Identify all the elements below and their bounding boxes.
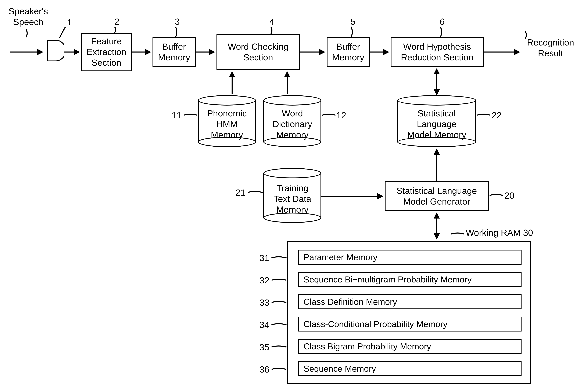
ref-num-2: 2 [115, 16, 120, 27]
ram-item-seq-bimulti: Sequence Bi−multigram Probability Memory [298, 272, 522, 287]
ref-num-32: 32 [256, 275, 269, 286]
buffer-memory-1-box: Buffer Memory [152, 37, 196, 67]
slm-memory-cylinder: Statistical Language Model Memory [397, 95, 476, 147]
ref-num-6: 6 [440, 16, 444, 27]
working-ram-label: Working RAM 30 [466, 227, 533, 238]
ram-item-class-def: Class Definition Memory [298, 294, 522, 309]
microphone-icon [45, 37, 64, 64]
ref-num-5: 5 [350, 16, 355, 27]
ref-num-1: 1 [67, 17, 72, 28]
ref-num-4: 4 [269, 16, 274, 27]
word-checking-box: Word Checking Section [216, 34, 300, 70]
ref-num-3: 3 [175, 16, 180, 27]
ram-item-class-cond: Class-Conditional Probability Memory [298, 317, 522, 331]
phonemic-hmm-cylinder: Phonemic HMM Memory [198, 95, 256, 147]
ref-num-31: 31 [256, 253, 269, 263]
ref-num-36: 36 [256, 364, 269, 375]
slm-generator-box: Statistical Language Model Generator [385, 181, 489, 211]
ref-num-21: 21 [232, 187, 246, 198]
input-label: Speaker's Speech [6, 6, 51, 27]
diagram-canvas: Speaker's Speech Recognition Result Feat… [0, 0, 580, 392]
buffer-memory-2-box: Buffer Memory [327, 37, 370, 67]
ref-num-11: 11 [168, 110, 181, 121]
ref-num-33: 33 [256, 297, 269, 308]
word-dictionary-cylinder: Word Dictionary Memory [263, 95, 321, 147]
ref-num-22: 22 [492, 110, 502, 121]
ram-item-class-bigram: Class Bigram Probability Memory [298, 339, 522, 354]
ref-num-35: 35 [256, 342, 269, 353]
ref-num-12: 12 [336, 110, 346, 121]
output-label: Recognition Result [524, 37, 577, 59]
training-text-cylinder: Training Text Data Memory [263, 168, 321, 223]
ram-item-parameter: Parameter Memory [298, 250, 522, 265]
word-hypothesis-box: Word Hypothesis Reduction Section [391, 37, 484, 67]
ram-item-sequence: Sequence Memory [298, 361, 522, 376]
feature-extraction-box: Feature Extraction Section [81, 33, 132, 71]
ref-num-34: 34 [256, 320, 269, 330]
ref-num-20: 20 [504, 190, 514, 201]
